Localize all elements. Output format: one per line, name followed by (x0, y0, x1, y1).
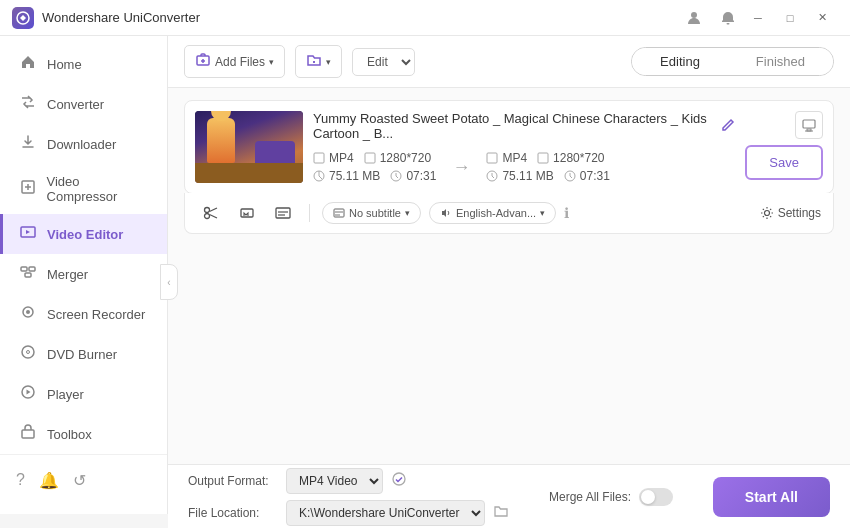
output-format-icon[interactable] (391, 471, 407, 490)
svg-point-26 (205, 214, 210, 219)
sidebar-item-downloader[interactable]: Downloader (0, 124, 167, 164)
start-all-button[interactable]: Start All (713, 477, 830, 517)
sidebar-item-label: Player (47, 387, 84, 402)
output-row: Output Format: MP4 Video File Location: … (188, 468, 509, 526)
edit-select[interactable]: Edit (352, 48, 415, 76)
info-icon[interactable]: ℹ (564, 205, 569, 221)
watermark-tool-button[interactable] (233, 199, 261, 227)
tab-finished[interactable]: Finished (728, 48, 833, 75)
sidebar-item-label: Merger (47, 267, 88, 282)
sidebar-bottom: ? 🔔 ↺ (0, 454, 167, 506)
svg-rect-6 (29, 267, 35, 271)
svg-line-27 (210, 208, 218, 212)
svg-point-10 (22, 346, 34, 358)
add-files-icon (195, 52, 211, 71)
svg-rect-5 (21, 267, 27, 271)
file-card: Yummy Roasted Sweet Potato _ Magical Chi… (184, 100, 834, 194)
output-format-row: Output Format: MP4 Video (188, 468, 509, 494)
home-icon (19, 54, 37, 74)
close-button[interactable]: ✕ (806, 4, 838, 32)
add-folder-button[interactable]: ▾ (295, 45, 342, 78)
content-area: Add Files ▾ ▾ Edit Editing Finished (168, 36, 850, 528)
sidebar-item-converter[interactable]: Converter (0, 84, 167, 124)
sidebar-item-player[interactable]: Player (0, 374, 167, 414)
save-button[interactable]: Save (745, 145, 823, 180)
svg-point-1 (691, 12, 697, 18)
converter-icon (19, 94, 37, 114)
svg-rect-16 (365, 153, 375, 163)
merge-row: Merge All Files: (549, 488, 673, 506)
svg-rect-15 (314, 153, 324, 163)
settings-button[interactable]: Settings (760, 206, 821, 220)
sidebar-item-screen-recorder[interactable]: Screen Recorder (0, 294, 167, 334)
screen-recorder-icon (19, 304, 37, 324)
sidebar-item-video-editor[interactable]: Video Editor (0, 214, 167, 254)
output-format-label: MP4 (502, 151, 527, 165)
sidebar-item-video-compressor[interactable]: Video Compressor (0, 164, 167, 214)
title-bar: Wondershare UniConverter ─ □ ✕ (0, 0, 850, 36)
output-format-select[interactable]: MP4 Video (286, 468, 383, 494)
svg-line-28 (210, 215, 218, 219)
device-button[interactable] (795, 111, 823, 139)
sidebar-item-label: Screen Recorder (47, 307, 145, 322)
merge-toggle[interactable] (639, 488, 673, 506)
file-location-select[interactable]: K:\Wondershare UniConverter (286, 500, 485, 526)
subtitles-tool-button[interactable] (269, 199, 297, 227)
output-duration: 07:31 (580, 169, 610, 183)
subtitle-select[interactable]: No subtitle ▾ (322, 202, 421, 224)
sidebar-item-label: DVD Burner (47, 347, 117, 362)
compress-icon (19, 179, 37, 199)
sidebar-item-label: Video Editor (47, 227, 123, 242)
sidebar-item-dvd-burner[interactable]: DVD Burner (0, 334, 167, 374)
tab-group: Editing Finished (631, 47, 834, 76)
audio-select[interactable]: English-Advan... ▾ (429, 202, 556, 224)
svg-point-9 (26, 310, 30, 314)
settings-label: Settings (778, 206, 821, 220)
file-actions: Save (745, 111, 823, 180)
output-format-label: Output Format: (188, 474, 278, 488)
file-formats: MP4 1280*720 75.11 MB 07:31 (313, 151, 735, 183)
merger-icon (19, 264, 37, 284)
collapse-sidebar-button[interactable]: ‹ (160, 264, 178, 300)
cut-tool-button[interactable] (197, 199, 225, 227)
add-files-button[interactable]: Add Files ▾ (184, 45, 285, 78)
file-location-label: File Location: (188, 506, 278, 520)
output-resolution: 1280*720 (553, 151, 604, 165)
sidebar-item-toolbox[interactable]: Toolbox (0, 414, 167, 454)
sidebar-item-label: Home (47, 57, 82, 72)
sidebar-item-home[interactable]: Home (0, 44, 167, 84)
downloader-icon (19, 134, 37, 154)
dvd-icon (19, 344, 37, 364)
source-duration: 07:31 (406, 169, 436, 183)
merge-files-label: Merge All Files: (549, 490, 631, 504)
help-icon[interactable]: ? (16, 471, 25, 490)
add-folder-icon (306, 52, 322, 71)
refresh-icon[interactable]: ↺ (73, 471, 86, 490)
sidebar-item-label: Toolbox (47, 427, 92, 442)
convert-arrow: → (452, 157, 470, 178)
tab-editing[interactable]: Editing (632, 48, 728, 75)
sidebar-item-label: Converter (47, 97, 104, 112)
file-edit-icon[interactable] (721, 118, 735, 135)
user-icon[interactable] (680, 4, 708, 32)
app-title: Wondershare UniConverter (42, 10, 674, 25)
browse-folder-icon[interactable] (493, 503, 509, 522)
toolbox-icon (19, 424, 37, 444)
main-layout: Home Converter Downloader Video Compress… (0, 36, 850, 528)
maximize-button[interactable]: □ (774, 4, 806, 32)
subtitle-arrow: ▾ (405, 208, 410, 218)
svg-rect-19 (487, 153, 497, 163)
svg-rect-7 (25, 273, 31, 277)
player-icon (19, 384, 37, 404)
add-files-arrow: ▾ (269, 57, 274, 67)
minimize-button[interactable]: ─ (742, 4, 774, 32)
sidebar-item-merger[interactable]: Merger (0, 254, 167, 294)
toolbar: Add Files ▾ ▾ Edit Editing Finished (168, 36, 850, 88)
file-area: Yummy Roasted Sweet Potato _ Magical Chi… (168, 88, 850, 464)
alert-icon[interactable]: 🔔 (39, 471, 59, 490)
subtitle-label: No subtitle (349, 207, 401, 219)
svg-point-11 (27, 351, 30, 354)
sidebar: Home Converter Downloader Video Compress… (0, 36, 168, 514)
notification-icon[interactable] (714, 4, 742, 32)
output-format: MP4 1280*720 75.11 MB 07:31 (486, 151, 609, 183)
